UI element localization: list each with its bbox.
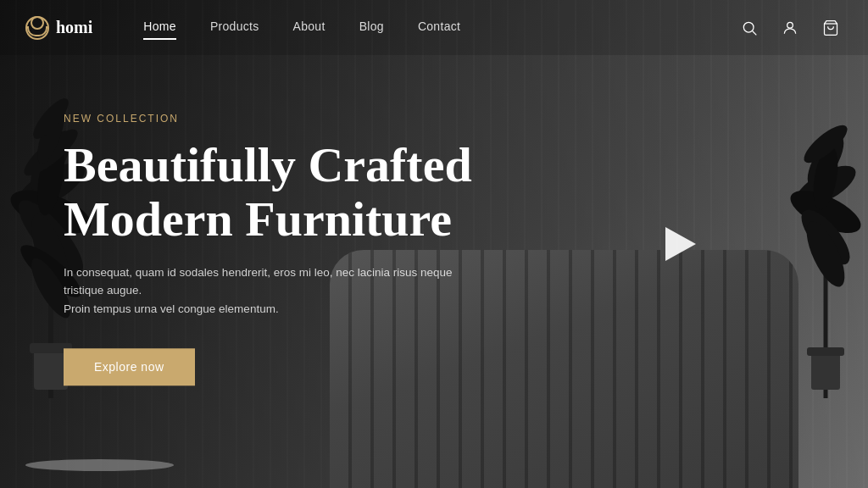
play-video-button[interactable] (659, 223, 702, 265)
plant-right-decoration (783, 34, 868, 398)
nav-link-products[interactable]: Products (210, 19, 259, 36)
search-icon (741, 19, 758, 36)
nav-links: Home Products About Blog Contact (143, 19, 460, 36)
hero-description-line2: Proin tempus urna vel congue elementum. (64, 302, 279, 315)
svg-rect-12 (34, 347, 68, 390)
account-button[interactable] (778, 16, 802, 40)
hero-description: In consequat, quam id sodales hendrerit,… (64, 263, 453, 319)
hero-title-line1: Beautifully Crafted (64, 137, 472, 192)
nav-icons (737, 16, 843, 40)
table-top (25, 459, 174, 471)
svg-line-25 (753, 30, 757, 35)
nav-link-about[interactable]: About (293, 19, 326, 36)
svg-point-24 (743, 22, 754, 32)
new-collection-badge: NEW COLLECTION (64, 113, 472, 125)
hero-title-line2: Modern Furniture (64, 191, 452, 247)
navbar: homi Home Products About Blog Contact (0, 0, 868, 55)
svg-rect-22 (811, 352, 840, 390)
explore-now-button[interactable]: Explore now (64, 349, 195, 386)
account-icon (782, 19, 798, 36)
brand-name: homi (56, 18, 92, 37)
hero-description-line1: In consequat, quam id sodales hendrerit,… (64, 266, 453, 297)
nav-link-home[interactable]: Home (143, 19, 176, 36)
svg-point-26 (787, 22, 793, 28)
cart-button[interactable] (819, 16, 843, 40)
logo-icon (25, 16, 49, 40)
hero-title: Beautifully Crafted Modern Furniture (64, 138, 472, 247)
nav-link-blog[interactable]: Blog (359, 19, 384, 36)
play-triangle-icon (665, 227, 696, 261)
brand-logo[interactable]: homi (25, 16, 92, 40)
nav-link-contact[interactable]: Contact (418, 19, 460, 36)
svg-rect-23 (807, 347, 844, 356)
search-button[interactable] (737, 16, 761, 40)
hero-content: NEW COLLECTION Beautifully Crafted Moder… (64, 113, 472, 385)
cart-icon (822, 19, 839, 36)
